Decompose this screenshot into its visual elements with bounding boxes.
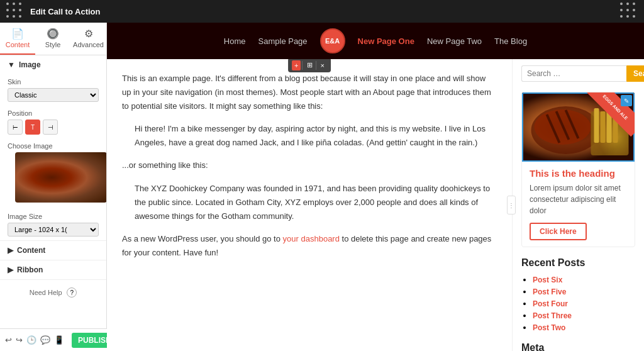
collapse-arrow: ▼ (8, 60, 15, 69)
recent-posts-list: Post Six Post Five Post Four Post Three … (521, 275, 635, 332)
nav-page-two[interactable]: New Page Two (427, 36, 482, 46)
post-quote-1: Hi there! I'm a bike messenger by day, a… (135, 122, 497, 150)
search-button[interactable]: Search (626, 65, 644, 82)
site-nav: Home Sample Page E&A New Page One New Pa… (107, 23, 644, 59)
help-icon[interactable]: ? (67, 287, 77, 298)
choose-image-label: Choose Image (8, 142, 99, 150)
undo-icon[interactable]: ↩ (5, 334, 12, 347)
cta-widget: EGGS AND ALE ✎ This is the heading Lorem… (521, 92, 635, 247)
site-logo: E&A (320, 28, 345, 53)
nav-sample[interactable]: Sample Page (258, 36, 308, 46)
nav-blog[interactable]: The Blog (494, 36, 527, 46)
list-item: Post Five (533, 287, 635, 296)
element-toolbar: + ⊞ × (288, 59, 331, 72)
nav-page-one[interactable]: New Page One (358, 36, 414, 46)
post-para-1: This is an example page. It's different … (122, 72, 497, 113)
ribbon-section-header[interactable]: ▶ Ribbon (0, 260, 106, 279)
history-icon[interactable]: 🕒 (26, 334, 36, 347)
left-sidebar: 📄 Content 🔘 Style ⚙ Advanced ▼ Image Ski… (0, 23, 107, 351)
nav-home[interactable]: Home (224, 36, 246, 46)
post-quote-2: The XYZ Doohickey Company was founded in… (135, 182, 497, 223)
advanced-icon: ⚙ (73, 28, 104, 40)
sidebar-tabs: 📄 Content 🔘 Style ⚙ Advanced (0, 23, 106, 55)
position-controls: ⊢ T ⊣ (8, 120, 99, 135)
pos-center-btn[interactable]: T (25, 120, 40, 135)
post-para-3: As a new WordPress user, you should go t… (122, 232, 497, 260)
page-wrapper: + ⊞ × This is an example page. It's diff… (107, 59, 644, 351)
add-element-btn[interactable]: + (292, 60, 301, 70)
position-label: Position (8, 109, 99, 117)
post-link-five[interactable]: Post Five (533, 287, 566, 296)
post-para-2: ...or something like this: (122, 159, 497, 172)
sidebar-content: ▼ Image Skin Classic Position ⊢ T ⊣ (0, 55, 106, 351)
menu-icon[interactable] (6, 3, 24, 20)
post-link-two[interactable]: Post Two (533, 323, 565, 332)
post-area-wrapper: + ⊞ × This is an example page. It's diff… (107, 59, 512, 351)
post-link-three[interactable]: Post Three (533, 311, 572, 320)
content-icon: 📄 (3, 28, 33, 40)
cta-text: Lorem ipsum dolor sit amet consectetur a… (530, 182, 627, 216)
post-area: This is an example page. It's different … (107, 59, 512, 281)
post-link-six[interactable]: Post Six (533, 276, 562, 284)
ribbon-section: ▶ Ribbon (0, 260, 106, 280)
cta-button[interactable]: Click Here (530, 223, 587, 240)
choose-image-field: Choose Image (0, 138, 106, 209)
search-box: Search (521, 65, 635, 82)
post-link-four[interactable]: Post Four (533, 299, 568, 308)
grid-apps-icon[interactable] (620, 3, 638, 20)
nav-links: Home Sample Page E&A New Page One New Pa… (107, 28, 644, 53)
edit-image-icon[interactable]: ✎ (621, 95, 632, 106)
admin-bar: Edit Call to Action (0, 0, 644, 23)
dashboard-link[interactable]: your dashboard (283, 234, 340, 243)
content-section: ▶ Content (0, 241, 106, 260)
preview-image (15, 152, 106, 203)
content-section-header[interactable]: ▶ Content (0, 241, 106, 260)
need-help-label: Need Help (30, 289, 62, 296)
main-area: Home Sample Page E&A New Page One New Pa… (107, 23, 644, 351)
image-preview[interactable] (15, 152, 106, 203)
cta-image: EGGS AND ALE ✎ (522, 92, 635, 162)
bottom-toolbar: ↩ ↪ 🕒 💬 📱 PUBLISH ▲ (0, 328, 107, 351)
image-size-label: Image Size (8, 213, 99, 220)
need-help-area: Need Help ? (0, 280, 106, 305)
position-field: Position ⊢ T ⊣ (0, 106, 106, 138)
comment-icon[interactable]: 💬 (40, 334, 50, 347)
image-section: ▼ Image Skin Classic Position ⊢ T ⊣ (0, 55, 106, 241)
pos-right-btn[interactable]: ⊣ (43, 120, 58, 135)
admin-bar-title: Edit Call to Action (30, 7, 614, 16)
meta-title: Meta (521, 342, 635, 351)
cta-body: This is the heading Lorem ipsum dolor si… (522, 162, 635, 247)
search-input[interactable] (521, 65, 626, 82)
ribbon-arrow: ▶ (8, 265, 13, 274)
tab-advanced[interactable]: ⚙ Advanced (70, 23, 106, 55)
skin-label: Skin (8, 78, 99, 86)
image-size-select[interactable]: Large - 1024 x 1( (8, 223, 99, 237)
toolbar-sep-2 (316, 61, 317, 70)
cta-heading: This is the heading (530, 168, 627, 179)
list-item: Post Two (533, 323, 635, 332)
toolbar-sep-1 (303, 61, 303, 70)
tab-style[interactable]: 🔘 Style (35, 23, 70, 55)
right-sidebar: Search (512, 59, 644, 351)
list-item: Post Four (533, 299, 635, 308)
image-section-header[interactable]: ▼ Image (0, 55, 106, 74)
content-arrow: ▶ (8, 246, 13, 255)
skin-field: Skin Classic (0, 74, 106, 106)
list-item: Post Six (533, 275, 635, 284)
image-size-field: Image Size Large - 1024 x 1( (0, 209, 106, 240)
resize-handle[interactable]: ⋮ (507, 196, 516, 214)
recent-posts-title: Recent Posts (521, 257, 635, 269)
skin-select[interactable]: Classic (8, 88, 99, 102)
grid-layout-btn[interactable]: ⊞ (304, 60, 315, 70)
redo-icon[interactable]: ↪ (16, 334, 23, 347)
list-item: Post Three (533, 311, 635, 320)
post-content: This is an example page. It's different … (122, 72, 497, 260)
close-element-btn[interactable]: × (318, 60, 327, 70)
responsive-icon[interactable]: 📱 (54, 334, 64, 347)
pos-left-btn[interactable]: ⊢ (8, 120, 23, 135)
tab-content[interactable]: 📄 Content (0, 23, 35, 55)
style-icon: 🔘 (38, 28, 68, 40)
